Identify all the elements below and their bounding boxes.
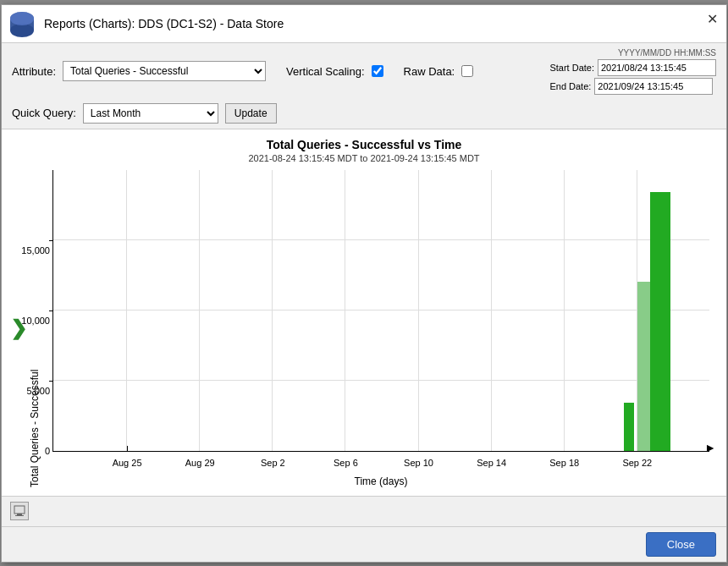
quick-query-select[interactable]: Last Month — [83, 103, 218, 124]
bar-small — [624, 403, 634, 450]
grid-v-4: Sep 6 — [345, 170, 345, 451]
x-label-sep10: Sep 10 — [404, 458, 433, 468]
grid-h-3: 15,000 — [53, 239, 709, 240]
date-format-hint: YYYY/MM/DD HH:MM:SS — [549, 48, 716, 58]
attribute-label: Attribute: — [12, 65, 56, 78]
chart-plot: 5,000 10,000 15,000 0 — [52, 170, 709, 452]
quick-query-label: Quick Query: — [12, 107, 76, 119]
svg-point-3 — [10, 12, 34, 25]
toolbar-row-1: Attribute: Total Queries - Successful Ve… — [12, 48, 716, 95]
y-tick-mark-3 — [49, 240, 53, 241]
end-date-input[interactable]: 2021/09/24 13:15:45 — [594, 78, 713, 95]
grid-v-6: Sep 14 — [491, 170, 492, 451]
y-tick-5000: 5,000 — [26, 386, 50, 396]
start-date-row: Start Date: 2021/08/24 13:15:45 — [549, 59, 716, 76]
raw-data-checkbox[interactable] — [461, 65, 473, 77]
bar-secondary — [637, 282, 651, 450]
svg-rect-4 — [14, 506, 25, 514]
toolbar-row-2: Quick Query: Last Month Update — [12, 103, 716, 124]
y-tick-15000: 15,000 — [21, 245, 50, 256]
toolbar: Attribute: Total Queries - Successful Ve… — [2, 43, 726, 129]
title-bar: Reports (Charts): DDS (DC1-S2) - Data St… — [2, 5, 726, 43]
main-window: Reports (Charts): DDS (DC1-S2) - Data St… — [1, 4, 727, 563]
svg-rect-5 — [17, 514, 22, 515]
y-tick-mark-1 — [49, 381, 53, 382]
chart-title: Total Queries - Successful vs Time — [10, 138, 718, 151]
y-tick-mark-2 — [49, 310, 53, 311]
x-label-aug29: Aug 29 — [185, 458, 215, 468]
grid-h-2: 10,000 — [53, 310, 709, 310]
raw-data-label: Raw Data: — [404, 65, 455, 78]
attribute-select[interactable]: Total Queries - Successful — [63, 61, 266, 81]
arrow-right-icon: ► — [704, 441, 716, 454]
x-label-sep14: Sep 14 — [477, 458, 506, 468]
x-label-sep22: Sep 22 — [622, 458, 652, 468]
y-tick-10000: 10,000 — [21, 316, 50, 326]
vertical-scaling-label: Vertical Scaling: — [286, 65, 365, 78]
grid-h-1: 5,000 — [53, 380, 709, 381]
end-date-row: End Date: 2021/09/24 13:15:45 — [549, 78, 713, 95]
x-label-sep2: Sep 2 — [261, 458, 285, 468]
date-section: YYYY/MM/DD HH:MM:SS Start Date: 2021/08/… — [549, 48, 716, 95]
update-button[interactable]: Update — [225, 103, 277, 124]
status-bar — [2, 496, 726, 526]
grid-v-5: Sep 10 — [418, 170, 419, 451]
svg-point-2 — [10, 24, 34, 37]
chart-inner: 5,000 10,000 15,000 0 — [44, 170, 718, 487]
grid-v-2: Aug 29 — [199, 170, 200, 451]
x-label-aug25: Aug 25 — [113, 458, 142, 468]
window-title: Reports (Charts): DDS (DC1-S2) - Data St… — [44, 17, 284, 30]
x-axis-label: Time (days) — [44, 475, 718, 487]
end-date-label: End Date: — [549, 81, 591, 91]
close-button[interactable]: Close — [646, 532, 716, 557]
chart-area: Total Queries - Successful vs Time 2021-… — [2, 129, 726, 496]
app-icon — [8, 10, 36, 37]
grid-v-1: Aug 25 — [126, 170, 127, 451]
close-icon[interactable]: ✕ — [704, 12, 720, 27]
x-label-sep18: Sep 18 — [549, 458, 579, 468]
y-tick-0: 0 — [45, 446, 50, 456]
chart-container: ❯ Total Queries - Successful 5,000 10,00… — [10, 170, 718, 487]
x-label-sep6: Sep 6 — [334, 458, 358, 468]
start-date-input[interactable]: 2021/08/24 13:15:45 — [598, 59, 716, 76]
y-axis-label: Total Queries - Successful — [29, 170, 41, 487]
grid-v-7: Sep 18 — [564, 170, 565, 451]
status-icon[interactable] — [10, 502, 29, 520]
svg-rect-6 — [15, 515, 24, 516]
vertical-scaling-checkbox[interactable] — [372, 65, 383, 77]
bar-main — [650, 192, 670, 450]
start-date-label: Start Date: — [549, 63, 594, 73]
footer: Close — [2, 526, 726, 562]
grid-v-3: Sep 2 — [272, 170, 273, 451]
x-tick-mark-1 — [127, 446, 128, 451]
chart-subtitle: 2021-08-24 13:15:45 MDT to 2021-09-24 13… — [10, 153, 718, 163]
